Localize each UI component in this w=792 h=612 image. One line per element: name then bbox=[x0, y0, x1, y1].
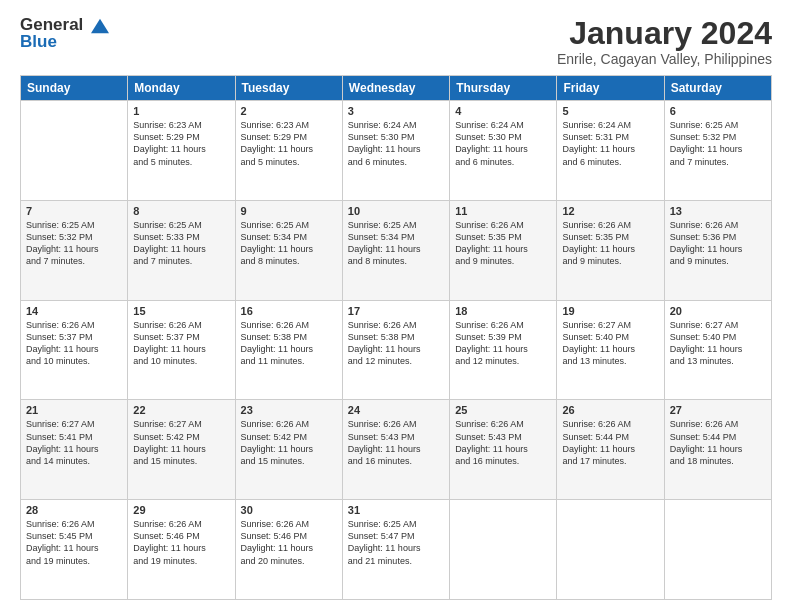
day-info: Sunrise: 6:26 AM Sunset: 5:43 PM Dayligh… bbox=[348, 418, 444, 467]
day-number: 1 bbox=[133, 105, 229, 117]
day-info: Sunrise: 6:26 AM Sunset: 5:37 PM Dayligh… bbox=[133, 319, 229, 368]
day-number: 26 bbox=[562, 404, 658, 416]
day-number: 28 bbox=[26, 504, 122, 516]
day-info: Sunrise: 6:26 AM Sunset: 5:35 PM Dayligh… bbox=[562, 219, 658, 268]
day-info: Sunrise: 6:27 AM Sunset: 5:42 PM Dayligh… bbox=[133, 418, 229, 467]
weekday-sunday: Sunday bbox=[21, 76, 128, 101]
day-info: Sunrise: 6:25 AM Sunset: 5:34 PM Dayligh… bbox=[348, 219, 444, 268]
day-number: 5 bbox=[562, 105, 658, 117]
day-info: Sunrise: 6:26 AM Sunset: 5:46 PM Dayligh… bbox=[133, 518, 229, 567]
calendar-table: SundayMondayTuesdayWednesdayThursdayFrid… bbox=[20, 75, 772, 600]
day-info: Sunrise: 6:26 AM Sunset: 5:42 PM Dayligh… bbox=[241, 418, 337, 467]
day-cell: 3Sunrise: 6:24 AM Sunset: 5:30 PM Daylig… bbox=[342, 101, 449, 201]
day-number: 16 bbox=[241, 305, 337, 317]
day-cell bbox=[450, 500, 557, 600]
day-cell: 11Sunrise: 6:26 AM Sunset: 5:35 PM Dayli… bbox=[450, 200, 557, 300]
day-cell: 16Sunrise: 6:26 AM Sunset: 5:38 PM Dayli… bbox=[235, 300, 342, 400]
day-number: 19 bbox=[562, 305, 658, 317]
month-title: January 2024 bbox=[557, 16, 772, 51]
day-number: 6 bbox=[670, 105, 766, 117]
weekday-tuesday: Tuesday bbox=[235, 76, 342, 101]
day-info: Sunrise: 6:27 AM Sunset: 5:40 PM Dayligh… bbox=[562, 319, 658, 368]
day-cell: 19Sunrise: 6:27 AM Sunset: 5:40 PM Dayli… bbox=[557, 300, 664, 400]
day-cell: 25Sunrise: 6:26 AM Sunset: 5:43 PM Dayli… bbox=[450, 400, 557, 500]
day-number: 3 bbox=[348, 105, 444, 117]
day-number: 14 bbox=[26, 305, 122, 317]
day-number: 15 bbox=[133, 305, 229, 317]
day-info: Sunrise: 6:27 AM Sunset: 5:40 PM Dayligh… bbox=[670, 319, 766, 368]
day-number: 13 bbox=[670, 205, 766, 217]
day-cell: 26Sunrise: 6:26 AM Sunset: 5:44 PM Dayli… bbox=[557, 400, 664, 500]
day-cell: 7Sunrise: 6:25 AM Sunset: 5:32 PM Daylig… bbox=[21, 200, 128, 300]
day-cell: 4Sunrise: 6:24 AM Sunset: 5:30 PM Daylig… bbox=[450, 101, 557, 201]
day-cell: 24Sunrise: 6:26 AM Sunset: 5:43 PM Dayli… bbox=[342, 400, 449, 500]
day-cell: 8Sunrise: 6:25 AM Sunset: 5:33 PM Daylig… bbox=[128, 200, 235, 300]
day-info: Sunrise: 6:25 AM Sunset: 5:32 PM Dayligh… bbox=[670, 119, 766, 168]
day-number: 4 bbox=[455, 105, 551, 117]
day-cell: 10Sunrise: 6:25 AM Sunset: 5:34 PM Dayli… bbox=[342, 200, 449, 300]
day-info: Sunrise: 6:26 AM Sunset: 5:43 PM Dayligh… bbox=[455, 418, 551, 467]
day-number: 7 bbox=[26, 205, 122, 217]
day-cell: 6Sunrise: 6:25 AM Sunset: 5:32 PM Daylig… bbox=[664, 101, 771, 201]
day-info: Sunrise: 6:23 AM Sunset: 5:29 PM Dayligh… bbox=[133, 119, 229, 168]
day-number: 18 bbox=[455, 305, 551, 317]
day-cell: 1Sunrise: 6:23 AM Sunset: 5:29 PM Daylig… bbox=[128, 101, 235, 201]
day-info: Sunrise: 6:26 AM Sunset: 5:45 PM Dayligh… bbox=[26, 518, 122, 567]
day-number: 2 bbox=[241, 105, 337, 117]
day-number: 10 bbox=[348, 205, 444, 217]
day-info: Sunrise: 6:24 AM Sunset: 5:30 PM Dayligh… bbox=[348, 119, 444, 168]
day-info: Sunrise: 6:25 AM Sunset: 5:47 PM Dayligh… bbox=[348, 518, 444, 567]
day-number: 27 bbox=[670, 404, 766, 416]
weekday-friday: Friday bbox=[557, 76, 664, 101]
day-number: 21 bbox=[26, 404, 122, 416]
day-cell: 17Sunrise: 6:26 AM Sunset: 5:38 PM Dayli… bbox=[342, 300, 449, 400]
day-info: Sunrise: 6:26 AM Sunset: 5:38 PM Dayligh… bbox=[348, 319, 444, 368]
day-cell: 30Sunrise: 6:26 AM Sunset: 5:46 PM Dayli… bbox=[235, 500, 342, 600]
logo-blue: Blue bbox=[20, 33, 111, 52]
day-cell: 22Sunrise: 6:27 AM Sunset: 5:42 PM Dayli… bbox=[128, 400, 235, 500]
page-header: General Blue January 2024 Enrile, Cagaya… bbox=[20, 16, 772, 67]
day-cell bbox=[664, 500, 771, 600]
week-row-4: 21Sunrise: 6:27 AM Sunset: 5:41 PM Dayli… bbox=[21, 400, 772, 500]
day-cell: 21Sunrise: 6:27 AM Sunset: 5:41 PM Dayli… bbox=[21, 400, 128, 500]
day-number: 12 bbox=[562, 205, 658, 217]
day-cell: 2Sunrise: 6:23 AM Sunset: 5:29 PM Daylig… bbox=[235, 101, 342, 201]
day-cell bbox=[557, 500, 664, 600]
day-info: Sunrise: 6:26 AM Sunset: 5:35 PM Dayligh… bbox=[455, 219, 551, 268]
week-row-2: 7Sunrise: 6:25 AM Sunset: 5:32 PM Daylig… bbox=[21, 200, 772, 300]
day-cell: 27Sunrise: 6:26 AM Sunset: 5:44 PM Dayli… bbox=[664, 400, 771, 500]
day-number: 11 bbox=[455, 205, 551, 217]
title-area: January 2024 Enrile, Cagayan Valley, Phi… bbox=[557, 16, 772, 67]
week-row-5: 28Sunrise: 6:26 AM Sunset: 5:45 PM Dayli… bbox=[21, 500, 772, 600]
day-info: Sunrise: 6:26 AM Sunset: 5:46 PM Dayligh… bbox=[241, 518, 337, 567]
svg-marker-0 bbox=[91, 18, 109, 32]
day-cell: 9Sunrise: 6:25 AM Sunset: 5:34 PM Daylig… bbox=[235, 200, 342, 300]
day-cell: 20Sunrise: 6:27 AM Sunset: 5:40 PM Dayli… bbox=[664, 300, 771, 400]
day-info: Sunrise: 6:26 AM Sunset: 5:39 PM Dayligh… bbox=[455, 319, 551, 368]
day-info: Sunrise: 6:25 AM Sunset: 5:34 PM Dayligh… bbox=[241, 219, 337, 268]
weekday-wednesday: Wednesday bbox=[342, 76, 449, 101]
day-number: 20 bbox=[670, 305, 766, 317]
day-cell bbox=[21, 101, 128, 201]
day-cell: 18Sunrise: 6:26 AM Sunset: 5:39 PM Dayli… bbox=[450, 300, 557, 400]
calendar-body: 1Sunrise: 6:23 AM Sunset: 5:29 PM Daylig… bbox=[21, 101, 772, 600]
day-cell: 5Sunrise: 6:24 AM Sunset: 5:31 PM Daylig… bbox=[557, 101, 664, 201]
day-number: 25 bbox=[455, 404, 551, 416]
day-info: Sunrise: 6:26 AM Sunset: 5:38 PM Dayligh… bbox=[241, 319, 337, 368]
day-cell: 13Sunrise: 6:26 AM Sunset: 5:36 PM Dayli… bbox=[664, 200, 771, 300]
logo-icon bbox=[89, 17, 111, 35]
location: Enrile, Cagayan Valley, Philippines bbox=[557, 51, 772, 67]
day-number: 29 bbox=[133, 504, 229, 516]
day-cell: 23Sunrise: 6:26 AM Sunset: 5:42 PM Dayli… bbox=[235, 400, 342, 500]
week-row-3: 14Sunrise: 6:26 AM Sunset: 5:37 PM Dayli… bbox=[21, 300, 772, 400]
day-number: 31 bbox=[348, 504, 444, 516]
day-cell: 29Sunrise: 6:26 AM Sunset: 5:46 PM Dayli… bbox=[128, 500, 235, 600]
day-info: Sunrise: 6:26 AM Sunset: 5:44 PM Dayligh… bbox=[562, 418, 658, 467]
day-number: 22 bbox=[133, 404, 229, 416]
day-number: 30 bbox=[241, 504, 337, 516]
day-number: 8 bbox=[133, 205, 229, 217]
weekday-monday: Monday bbox=[128, 76, 235, 101]
weekday-header-row: SundayMondayTuesdayWednesdayThursdayFrid… bbox=[21, 76, 772, 101]
day-cell: 31Sunrise: 6:25 AM Sunset: 5:47 PM Dayli… bbox=[342, 500, 449, 600]
day-info: Sunrise: 6:27 AM Sunset: 5:41 PM Dayligh… bbox=[26, 418, 122, 467]
